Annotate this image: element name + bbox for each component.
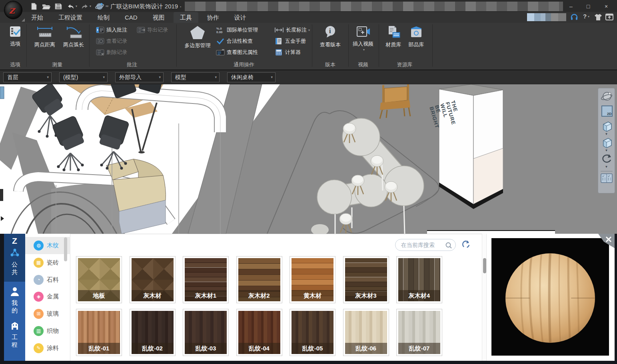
- two-point-arc-button[interactable]: 两点弧长: [61, 25, 86, 48]
- material-tile[interactable]: 灰木材2: [236, 256, 282, 303]
- theme-shirt-icon[interactable]: [594, 13, 602, 21]
- material-name: 乱纹-06: [345, 343, 387, 354]
- redo-icon[interactable]: [80, 3, 89, 10]
- material-tile[interactable]: 乱纹-05: [290, 309, 335, 356]
- legality-check-button[interactable]: 合法性检查: [216, 38, 253, 45]
- selector-dropdown-1[interactable]: (模型)▾: [59, 72, 108, 82]
- sidebar-section-public[interactable]: 公共: [4, 248, 25, 276]
- calculator-button[interactable]: 计算器: [274, 49, 301, 56]
- material-tile[interactable]: 地板: [76, 256, 122, 303]
- view-record-button[interactable]: 查看记录: [96, 38, 127, 45]
- title-bar: ▾ ▾ ≂ 广联达BIM装饰设计 2019 · – □ ×: [0, 0, 617, 12]
- cube-dropdown-icon[interactable]: ▼: [605, 133, 608, 136]
- cube-view-icon[interactable]: [600, 120, 613, 132]
- category-label: 石料: [47, 276, 59, 284]
- international-unit-button[interactable]: %.00.00 国际单位管理: [216, 26, 258, 34]
- workspace-icon[interactable]: [605, 13, 613, 21]
- material-tile[interactable]: 乱纹-01: [76, 309, 122, 356]
- options-button[interactable]: 选项: [6, 25, 25, 48]
- category-2[interactable]: ◔石料: [25, 271, 70, 288]
- redo-dropdown-icon[interactable]: ▾: [90, 4, 91, 8]
- undo-dropdown-icon[interactable]: ▾: [76, 4, 77, 8]
- tab-0[interactable]: 开始: [25, 12, 50, 23]
- headset-icon[interactable]: [570, 13, 578, 21]
- material-tile[interactable]: 灰木材3: [343, 256, 389, 303]
- delete-record-button[interactable]: 删除记录: [96, 49, 127, 56]
- material-tile[interactable]: 乱纹-06: [343, 309, 389, 356]
- tab-3[interactable]: CAD: [118, 12, 144, 23]
- category-label: 金属: [47, 293, 59, 300]
- globe-icon[interactable]: [95, 2, 104, 11]
- material-tile[interactable]: 灰木材: [130, 256, 176, 303]
- viewport-canvas[interactable]: THE FUTURE WILL BE BRIGHT: [0, 84, 617, 234]
- sidebar-section-project[interactable]: 工程: [4, 321, 25, 348]
- category-label: 涂料: [47, 344, 59, 352]
- material-tile[interactable]: 灰木材4: [396, 256, 442, 303]
- selector-dropdown-0[interactable]: 首层▾: [3, 72, 52, 82]
- 2d-view-icon[interactable]: 2D: [600, 105, 613, 117]
- rotate-dropdown-icon[interactable]: ▼: [605, 165, 608, 169]
- tab-1[interactable]: 工程设置: [52, 12, 89, 23]
- rotate-view-icon[interactable]: [600, 153, 613, 165]
- orbit-icon[interactable]: [600, 91, 613, 103]
- material-name: 灰木材1: [185, 290, 227, 301]
- material-name: 乱纹-04: [238, 343, 280, 354]
- insert-annotation-button[interactable]: 插入批注: [96, 26, 127, 34]
- element-properties-button[interactable]: 查看图元属性: [216, 49, 258, 56]
- undo-icon[interactable]: [66, 3, 75, 10]
- category-scrollbar[interactable]: [64, 237, 67, 261]
- open-file-icon[interactable]: [42, 3, 51, 10]
- category-icon: ◔: [34, 275, 44, 285]
- help-button[interactable]: ?: [583, 13, 587, 20]
- search-input[interactable]: [401, 241, 441, 249]
- length-dimension-button[interactable]: 长度标注▾: [274, 26, 310, 34]
- cube2-view-icon[interactable]: [600, 137, 613, 149]
- material-tile[interactable]: 乱纹-03: [183, 309, 229, 356]
- selector-bar: 首层▾(模型)▾外部导入▾模型▾休闲桌椅▾: [0, 70, 617, 84]
- material-tile[interactable]: 灰木材1: [183, 256, 229, 303]
- category-4[interactable]: ⊞玻璃: [25, 305, 70, 322]
- view-version-button[interactable]: i 查看版本: [318, 25, 342, 48]
- insert-video-button[interactable]: 插入视频 ▾: [351, 25, 375, 52]
- material-library-button[interactable]: 材质库: [382, 25, 405, 48]
- category-5[interactable]: ▥织物: [25, 322, 70, 340]
- category-icon: ◈: [34, 292, 44, 302]
- cube2-dropdown-icon[interactable]: ▼: [605, 149, 608, 152]
- tab-6[interactable]: 协作: [201, 12, 226, 23]
- category-3[interactable]: ◈金属: [25, 288, 70, 305]
- material-tile[interactable]: 黄木材: [290, 256, 335, 303]
- selector-dropdown-3[interactable]: 模型▾: [171, 72, 220, 82]
- selector-dropdown-4[interactable]: 休闲桌椅▾: [227, 72, 276, 82]
- component-library-button[interactable]: 部品库: [405, 25, 427, 48]
- minimize-button[interactable]: –: [565, 2, 577, 11]
- close-button[interactable]: ×: [600, 2, 612, 11]
- polygon-manage-button[interactable]: 多边形管理: [181, 25, 214, 49]
- material-tile[interactable]: 乱纹-02: [130, 309, 176, 356]
- new-file-icon[interactable]: [30, 3, 38, 10]
- category-6[interactable]: ✎涂料: [25, 340, 70, 357]
- tab-7[interactable]: 设计: [228, 12, 253, 23]
- help-dropdown-icon[interactable]: ▾: [588, 15, 589, 18]
- search-icon[interactable]: [445, 242, 452, 249]
- search-box: [395, 239, 456, 251]
- two-point-distance-button[interactable]: 两点距离: [32, 25, 58, 48]
- panel-close-button[interactable]: [596, 234, 615, 250]
- save-icon[interactable]: [55, 3, 62, 10]
- display-settings-icon[interactable]: [600, 172, 613, 184]
- maximize-button[interactable]: □: [582, 2, 594, 11]
- tab-4[interactable]: 视图: [146, 12, 171, 23]
- hardware-manual-button[interactable]: 五金手册: [274, 38, 306, 45]
- sidebar-section-mine[interactable]: 我的: [4, 286, 25, 314]
- export-record-button[interactable]: 导出记录: [137, 26, 168, 34]
- building-icon: [10, 321, 20, 330]
- tab-5[interactable]: 工具: [174, 12, 198, 23]
- refresh-icon[interactable]: [461, 240, 471, 250]
- material-tile[interactable]: 乱纹-07: [396, 309, 442, 356]
- material-tile[interactable]: 乱纹-04: [236, 309, 282, 356]
- group-label-general: 通用操作: [222, 61, 266, 68]
- materials-scrollbar[interactable]: [482, 234, 487, 361]
- tab-2[interactable]: 绘制: [91, 12, 116, 23]
- material-name: 灰木材3: [345, 290, 387, 301]
- app-logo[interactable]: z: [4, 1, 24, 22]
- selector-dropdown-2[interactable]: 外部导入▾: [115, 72, 164, 82]
